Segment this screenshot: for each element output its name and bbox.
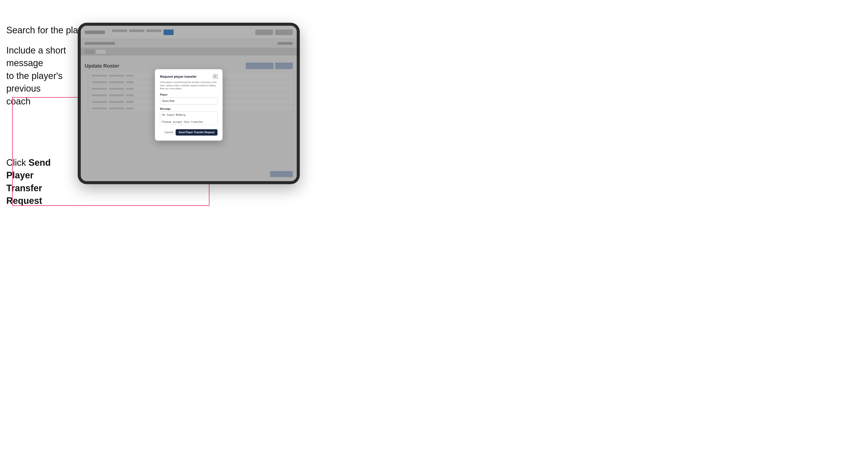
arrow-line-horizontal-send [12, 206, 210, 206]
send-player-transfer-request-button[interactable]: Send Player Transfer Request [176, 129, 217, 135]
arrow-line-vertical-message [12, 97, 12, 206]
request-transfer-modal: Request player transfer ✕ If the player … [155, 69, 222, 141]
modal-overlay: Request player transfer ✕ If the player … [81, 26, 297, 181]
cancel-button[interactable]: Cancel [164, 131, 173, 134]
player-field-label: Player [160, 93, 217, 96]
annotation-message: Include a short message to the player's … [6, 44, 72, 108]
player-input[interactable] [160, 97, 217, 104]
modal-title: Request player transfer [160, 75, 196, 79]
modal-header: Request player transfer ✕ [160, 74, 217, 79]
tablet-frame: Update Roster [78, 23, 300, 184]
tablet-screen: Update Roster [81, 26, 297, 181]
modal-footer: Cancel Send Player Transfer Request [160, 129, 217, 135]
message-field-label: Message [160, 107, 217, 110]
modal-description: If the player is transferring from anoth… [160, 81, 217, 90]
annotation-click: Click Send Player Transfer Request [6, 156, 72, 208]
message-textarea[interactable]: Hi Coach McHarg, Please accept this tran… [160, 112, 217, 125]
modal-close-button[interactable]: ✕ [213, 74, 217, 79]
